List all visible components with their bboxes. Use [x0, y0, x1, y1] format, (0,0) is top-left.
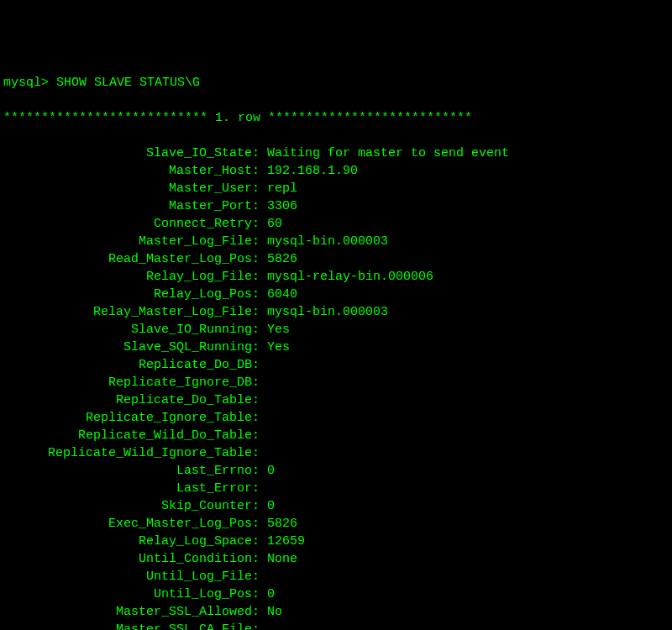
field-value	[260, 621, 267, 630]
field-label: Master_Log_File:	[3, 233, 260, 250]
field-value: 5826	[260, 515, 297, 533]
field-value: 0	[260, 585, 275, 603]
field-label: Master_Port:	[3, 197, 260, 215]
field-value	[260, 356, 267, 374]
status-field-row: Replicate_Ignore_DB:	[3, 374, 669, 391]
row-separator: *************************** 1. row *****…	[3, 109, 669, 127]
command-line[interactable]: mysql> SHOW SLAVE STATUS\G	[3, 74, 669, 92]
status-field-row: Relay_Log_Space: 12659	[3, 533, 669, 550]
field-label: Slave_IO_Running:	[3, 321, 260, 339]
field-label: Until_Condition:	[3, 550, 260, 568]
status-field-row: Until_Condition: None	[3, 550, 669, 568]
status-field-row: Replicate_Wild_Do_Table:	[3, 427, 669, 444]
field-label: Slave_IO_State:	[3, 144, 260, 162]
field-label: Until_Log_Pos:	[3, 585, 260, 603]
status-field-row: Skip_Counter: 0	[3, 497, 669, 515]
field-value: mysql-bin.000003	[260, 233, 388, 250]
status-field-row: Slave_SQL_Running: Yes	[3, 339, 669, 356]
field-value	[260, 480, 267, 497]
field-label: Replicate_Do_Table:	[3, 391, 260, 409]
field-label: Skip_Counter:	[3, 497, 260, 515]
field-value: 12659	[260, 533, 305, 550]
field-value: 0	[260, 462, 275, 480]
field-label: Last_Errno:	[3, 462, 260, 480]
field-label: Read_Master_Log_Pos:	[3, 250, 260, 268]
field-value: 60	[260, 215, 282, 233]
field-label: Replicate_Wild_Do_Table:	[3, 427, 260, 444]
field-value: No	[260, 603, 282, 621]
status-field-row: Master_Host: 192.168.1.90	[3, 162, 669, 180]
status-field-row: Master_User: repl	[3, 180, 669, 197]
field-label: Relay_Log_Space:	[3, 533, 260, 550]
field-label: Replicate_Ignore_Table:	[3, 409, 260, 427]
field-label: Last_Error:	[3, 480, 260, 497]
field-value: repl	[260, 180, 297, 197]
field-value	[260, 409, 267, 427]
status-field-row: Last_Errno: 0	[3, 462, 669, 480]
field-label: Relay_Master_Log_File:	[3, 303, 260, 321]
field-value: 5826	[260, 250, 297, 268]
status-field-row: Master_SSL_Allowed: No	[3, 603, 669, 621]
field-value: mysql-bin.000003	[260, 303, 388, 321]
field-label: Master_SSL_CA_File:	[3, 621, 260, 630]
field-value	[260, 444, 267, 462]
status-field-row: Master_Port: 3306	[3, 197, 669, 215]
field-label: Replicate_Do_DB:	[3, 356, 260, 374]
field-value: 6040	[260, 286, 297, 303]
field-value: 192.168.1.90	[260, 162, 358, 180]
status-field-row: Exec_Master_Log_Pos: 5826	[3, 515, 669, 533]
field-label: Connect_Retry:	[3, 215, 260, 233]
field-value: Waiting for master to send event	[260, 144, 509, 162]
field-value: Yes	[260, 321, 290, 339]
field-label: Replicate_Wild_Ignore_Table:	[3, 444, 260, 462]
field-value	[260, 391, 267, 409]
status-field-row: Relay_Log_Pos: 6040	[3, 286, 669, 303]
status-field-row: Relay_Log_File: mysql-relay-bin.000006	[3, 268, 669, 286]
status-field-row: Read_Master_Log_Pos: 5826	[3, 250, 669, 268]
field-value	[260, 374, 267, 391]
field-label: Master_SSL_Allowed:	[3, 603, 260, 621]
prompt-text: mysql>	[3, 74, 56, 92]
field-label: Until_Log_File:	[3, 568, 260, 585]
status-field-row: Replicate_Do_DB:	[3, 356, 669, 374]
status-field-row: Relay_Master_Log_File: mysql-bin.000003	[3, 303, 669, 321]
field-value: mysql-relay-bin.000006	[260, 268, 433, 286]
status-field-row: Slave_IO_State: Waiting for master to se…	[3, 144, 669, 162]
status-field-row: Replicate_Wild_Ignore_Table:	[3, 444, 669, 462]
status-output: Slave_IO_State: Waiting for master to se…	[3, 144, 669, 630]
field-value: None	[260, 550, 297, 568]
status-field-row: Until_Log_Pos: 0	[3, 585, 669, 603]
status-field-row: Connect_Retry: 60	[3, 215, 669, 233]
command-text: SHOW SLAVE STATUS\G	[56, 74, 200, 92]
status-field-row: Last_Error:	[3, 480, 669, 497]
field-label: Relay_Log_File:	[3, 268, 260, 286]
field-value	[260, 568, 267, 585]
field-value: 3306	[260, 197, 297, 215]
field-label: Replicate_Ignore_DB:	[3, 374, 260, 391]
status-field-row: Until_Log_File:	[3, 568, 669, 585]
field-label: Exec_Master_Log_Pos:	[3, 515, 260, 533]
status-field-row: Slave_IO_Running: Yes	[3, 321, 669, 339]
field-value	[260, 427, 267, 444]
status-field-row: Master_Log_File: mysql-bin.000003	[3, 233, 669, 250]
status-field-row: Master_SSL_CA_File:	[3, 621, 669, 630]
field-label: Slave_SQL_Running:	[3, 339, 260, 356]
field-label: Master_User:	[3, 180, 260, 197]
status-field-row: Replicate_Ignore_Table:	[3, 409, 669, 427]
field-value: 0	[260, 497, 275, 515]
field-label: Relay_Log_Pos:	[3, 286, 260, 303]
field-label: Master_Host:	[3, 162, 260, 180]
status-field-row: Replicate_Do_Table:	[3, 391, 669, 409]
field-value: Yes	[260, 339, 290, 356]
